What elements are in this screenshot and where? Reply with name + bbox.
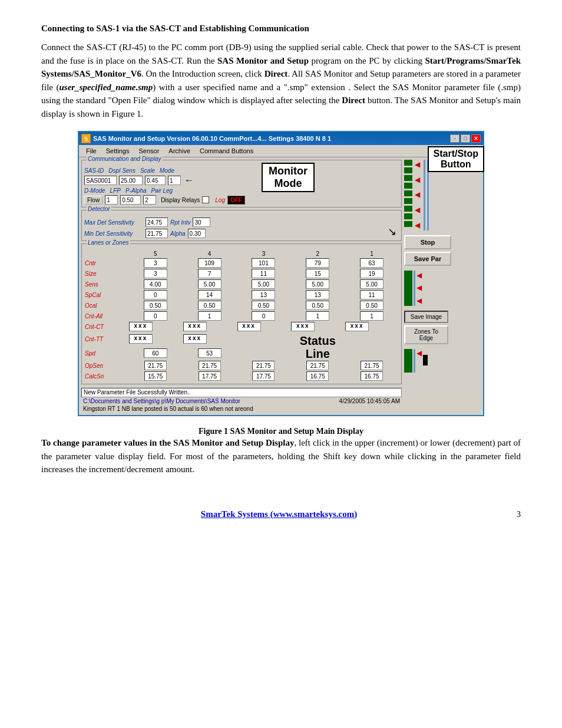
log-off-button[interactable]: OFF — [227, 196, 245, 205]
calcsn-2[interactable] — [306, 371, 329, 381]
black-bar — [423, 355, 428, 365]
lanes-zones-group: Lanes or Zones 5 4 3 2 1 — [81, 243, 402, 384]
vert-line-1 — [424, 160, 425, 230]
traffic-bars-col1 — [404, 160, 414, 227]
opsen-4[interactable] — [199, 361, 221, 370]
sens-3[interactable] — [252, 279, 275, 289]
opsen-5[interactable] — [144, 361, 167, 370]
footer-link[interactable]: SmarTek Systems (www.smarteksys.com) — [201, 509, 357, 519]
traffic-visualization-3: ◀ — [404, 349, 428, 373]
cntct-2[interactable]: xxx — [291, 322, 315, 331]
mode-label: Mode — [160, 167, 174, 174]
spcal-5[interactable] — [144, 290, 167, 299]
stop-button[interactable]: Stop — [404, 235, 451, 249]
save-par-button[interactable]: Save Par — [404, 252, 451, 266]
min-det-input[interactable] — [146, 229, 168, 238]
max-det-input[interactable] — [146, 218, 168, 227]
monitor-mode-callout: Monitor Mode — [262, 163, 315, 192]
calcsn-5[interactable] — [144, 371, 167, 381]
cnttt-4[interactable]: xxx — [183, 334, 207, 344]
mode-input[interactable] — [168, 176, 181, 185]
startstop-callout: Start/Stop Button — [428, 146, 484, 172]
sens-1[interactable] — [360, 279, 384, 289]
vert-line-4 — [414, 349, 415, 373]
sens-2[interactable] — [306, 279, 329, 289]
minimize-button[interactable]: - — [450, 134, 459, 143]
spd-5[interactable] — [144, 348, 167, 358]
cntr-1[interactable] — [360, 258, 384, 268]
cnttt-5[interactable]: xxx — [129, 334, 153, 344]
menu-command[interactable]: Command Buttons — [195, 146, 258, 156]
traffic-visualization: ◀ ◀ ◀ ◀ ◀ — [404, 160, 429, 230]
col-header-1: 1 — [345, 250, 399, 258]
spcal-label: SpCal — [84, 289, 128, 300]
spcal-2[interactable] — [306, 290, 329, 299]
spcal-4[interactable] — [198, 290, 222, 299]
sasid-input[interactable] — [84, 176, 117, 185]
sens-4[interactable] — [198, 279, 222, 289]
palpha-input[interactable] — [143, 195, 156, 205]
dspl-input[interactable] — [119, 176, 143, 185]
cntct-1[interactable]: xxx — [345, 322, 369, 331]
cntall-3[interactable] — [252, 311, 275, 321]
cntr-3[interactable] — [252, 258, 275, 268]
ocal-5[interactable] — [144, 301, 167, 310]
menu-file[interactable]: File — [81, 146, 101, 156]
traffic-visualization-2: ◀ ◀ ◀ — [404, 271, 422, 306]
size-5[interactable] — [144, 269, 167, 278]
cntr-5[interactable] — [144, 258, 167, 268]
alpha-input[interactable] — [188, 229, 206, 238]
size-2[interactable] — [306, 269, 329, 278]
opsen-2[interactable] — [306, 361, 329, 370]
comm-display-group: Communication and Display SAS-ID Dspl Se… — [81, 160, 402, 207]
calcsn-4[interactable] — [199, 371, 221, 381]
table-row: Cnt-CT xxx xxx xxx xxx xxx — [84, 321, 399, 332]
size-4[interactable] — [198, 269, 222, 278]
cntr-4[interactable] — [198, 258, 222, 268]
close-button[interactable]: ✕ — [471, 134, 481, 143]
ocal-3[interactable] — [252, 301, 275, 310]
sens-5[interactable] — [144, 279, 167, 289]
sasid-label: SAS-ID — [84, 167, 104, 174]
window-controls[interactable]: - □ ✕ — [450, 134, 481, 143]
size-1[interactable] — [360, 269, 384, 278]
cntall-1[interactable] — [360, 311, 384, 321]
cntall-4[interactable] — [198, 311, 222, 321]
ocal-4[interactable] — [198, 301, 222, 310]
cntr-2[interactable] — [306, 258, 329, 268]
traffic-markers-2: ◀ ◀ ◀ — [416, 271, 422, 306]
menu-settings[interactable]: Settings — [101, 146, 134, 156]
table-row: Size — [84, 268, 399, 279]
opsen-1[interactable] — [361, 361, 383, 370]
figure-1: S SAS Monitor and Setup Version 06.00.10… — [78, 131, 484, 416]
spd-4[interactable] — [198, 348, 222, 358]
status-msg1: New Parameter File Sucessfully Written.. — [81, 388, 402, 397]
cntall-5[interactable] — [144, 311, 167, 321]
spcal-1[interactable] — [360, 290, 384, 299]
dmode-label: D-Mode — [84, 187, 105, 194]
cntct-3[interactable]: xxx — [237, 322, 261, 331]
vert-line-3 — [414, 271, 415, 306]
cntct-4[interactable]: xxx — [183, 322, 207, 331]
spcal-3[interactable] — [252, 290, 275, 299]
size-3[interactable] — [252, 269, 275, 278]
cntct-5[interactable]: xxx — [129, 322, 153, 331]
zones-to-edge-button[interactable]: Zones To Edge — [404, 325, 448, 344]
calcsn-3[interactable] — [252, 371, 275, 381]
restore-button[interactable]: □ — [461, 134, 470, 143]
display-relays-checkbox[interactable] — [202, 196, 209, 203]
flow-btn[interactable]: Flow — [84, 196, 103, 205]
opsen-3[interactable] — [252, 361, 275, 370]
lfp-label: LFP — [110, 187, 121, 194]
save-image-button[interactable]: Save Image — [404, 311, 448, 323]
ocal-2[interactable] — [306, 301, 329, 310]
ocal-1[interactable] — [360, 301, 384, 310]
dmode-input[interactable] — [105, 195, 118, 205]
calcsn-1[interactable] — [361, 371, 383, 381]
rpt-intv-input[interactable] — [193, 218, 210, 227]
menu-sensor[interactable]: Sensor — [134, 146, 164, 156]
cntall-2[interactable] — [306, 311, 329, 321]
scale-input[interactable] — [145, 176, 166, 185]
lfp-input[interactable] — [120, 195, 141, 205]
menu-archive[interactable]: Archive — [164, 146, 195, 156]
